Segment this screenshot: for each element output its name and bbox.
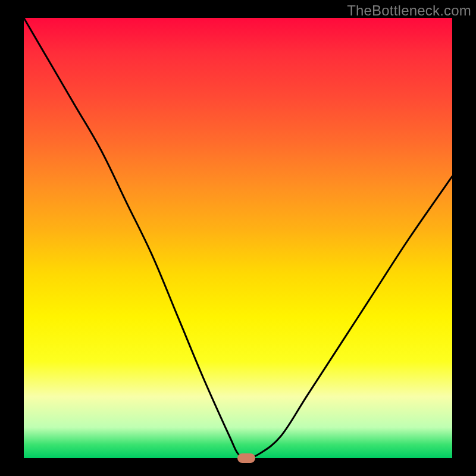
plot-area <box>24 18 452 458</box>
chart-frame: TheBottleneck.com <box>0 0 476 476</box>
bottleneck-curve <box>24 18 452 458</box>
watermark-text: TheBottleneck.com <box>347 2 471 19</box>
minimum-marker <box>237 453 255 463</box>
curve-path <box>24 18 452 458</box>
